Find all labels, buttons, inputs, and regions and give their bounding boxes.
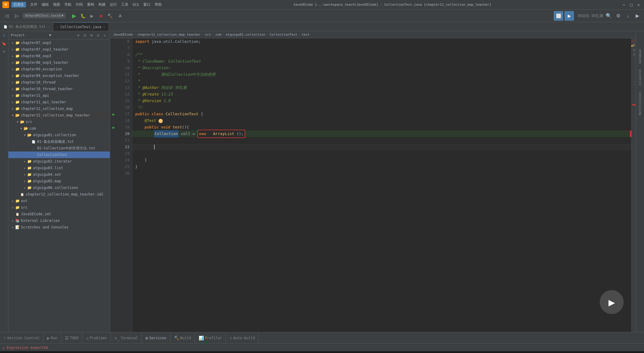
editor-scrollbar[interactable]: ⚠1 ▲5 ∧ ∨ bbox=[631, 38, 636, 332]
menu-edit[interactable]: 编辑 bbox=[40, 1, 51, 8]
menu-file[interactable]: 文件 bbox=[28, 1, 39, 8]
tree-item-chapter12collectionmap[interactable]: ▶ 📁 chapter12_collection_map bbox=[8, 105, 110, 112]
tree-item-chapter09exception[interactable]: ▶ 📁 chapter09_exception bbox=[8, 66, 110, 72]
collapse-icon[interactable]: ⊟ bbox=[82, 33, 88, 38]
bc-com[interactable]: com bbox=[215, 33, 221, 37]
file-tab-txt-close[interactable]: ✕ bbox=[48, 25, 49, 28]
search-button[interactable]: 🔍 bbox=[605, 12, 613, 20]
tree-item-external-libs[interactable]: ▶ 📚 External Libraries bbox=[8, 217, 110, 224]
tab-build[interactable]: 🔨 Build bbox=[170, 332, 195, 343]
settings-button[interactable]: ⚙ bbox=[614, 12, 622, 20]
back-button[interactable]: ◁ bbox=[2, 12, 11, 20]
menu-window[interactable]: 窗口 bbox=[141, 1, 152, 8]
run-with-coverage[interactable]: ▶ bbox=[88, 12, 96, 20]
tree-item-chapter07oop2teacher[interactable]: ▶ 📁 chapter07_oop2_teacher bbox=[8, 46, 110, 53]
follow-button[interactable]: 已关注 bbox=[11, 2, 26, 7]
tree-item-javasecode-iml[interactable]: 📋 JavaSECode.iml bbox=[8, 211, 110, 217]
menu-vcs[interactable]: VCS bbox=[131, 2, 141, 7]
tree-item-chapter07oop2[interactable]: ▶ 📁 chapter07_oop2 bbox=[8, 40, 110, 46]
tree-item-chapter08oop3[interactable]: ▶ 📁 chapter08_oop3 bbox=[8, 53, 110, 59]
stop-button[interactable]: ■ bbox=[97, 12, 105, 20]
close-button[interactable]: ✕ bbox=[636, 2, 642, 7]
file-tab-java[interactable]: ☕ CollectionTest.java ✕ bbox=[53, 22, 109, 31]
tree-item-file-02[interactable]: ☕ 02-Collection中的常用方法.txt bbox=[8, 145, 110, 151]
bc-test[interactable]: test bbox=[302, 33, 310, 37]
tab-autobuild[interactable]: ⚡ Auto-build bbox=[226, 332, 259, 343]
bc-atguigu[interactable]: atguigu01.collection bbox=[226, 33, 265, 37]
tree-item-iml[interactable]: 📋 chapter12_collection_map_teacher.iml bbox=[8, 191, 110, 198]
translate-button[interactable]: A bbox=[116, 12, 124, 20]
bc-chapter12[interactable]: chapter12_collection_map_teacher bbox=[137, 33, 201, 37]
debug-button[interactable]: 🐛 bbox=[79, 12, 87, 20]
activity-project[interactable]: P bbox=[1, 32, 8, 40]
run-button[interactable]: ▶ bbox=[70, 12, 78, 20]
tree-item-atguigu04[interactable]: ▶ 📁 atguigu04.set bbox=[8, 171, 110, 178]
tree-item-atguigu01[interactable]: ▼ 📂 atguigu01.collection bbox=[8, 132, 110, 138]
tab-run[interactable]: ▶ Run bbox=[43, 332, 61, 343]
activity-bookmarks[interactable]: 🔖 bbox=[1, 40, 8, 47]
tree-item-collectiontest[interactable]: ☕ CollectionTest bbox=[8, 151, 110, 158]
settings-icon[interactable]: ⚙ bbox=[95, 33, 101, 38]
scroll-up[interactable]: ∧ bbox=[633, 48, 635, 52]
tab-terminal[interactable]: >_ Terminal bbox=[111, 332, 142, 343]
run-gutter-icon-19[interactable]: ▶ bbox=[112, 125, 115, 130]
maximize-button[interactable]: □ bbox=[628, 2, 634, 7]
file-tab-java-close[interactable]: ✕ bbox=[103, 25, 105, 28]
tree-item-src[interactable]: ▼ 📂 src bbox=[8, 119, 110, 125]
menu-navigate[interactable]: 导航 bbox=[63, 1, 73, 8]
activity-structure[interactable]: ≡ bbox=[1, 48, 8, 55]
tree-item-chapter08oop3teacher[interactable]: ▶ 📁 chapter08_oop3_teacher bbox=[8, 59, 110, 66]
tree-item-chapter12teacher[interactable]: ▼ 📂 chapter12_collection_map_teacher bbox=[8, 112, 110, 119]
tree-item-chapter11apiteacher[interactable]: ▶ 📁 chapter11_api_teacher bbox=[8, 99, 110, 105]
update-button[interactable]: ↓ bbox=[624, 12, 632, 20]
file-tab-txt[interactable]: 📄 01-集合框架概述.txt ✕ bbox=[0, 22, 53, 31]
add-icon[interactable]: ⊕ bbox=[76, 33, 81, 38]
more-button[interactable]: ▶ bbox=[633, 12, 642, 20]
tree-item-out[interactable]: ▶ 📁 out bbox=[8, 198, 110, 204]
code-line-22[interactable] bbox=[132, 144, 631, 150]
close-sidebar-icon[interactable]: ✕ bbox=[102, 33, 107, 38]
play-button[interactable]: ▶ bbox=[564, 11, 574, 21]
tab-version-control[interactable]: ⑂ Version Control bbox=[0, 332, 43, 343]
code-content[interactable]: import java.util.Collection; /** * Class… bbox=[132, 38, 631, 332]
tab-services[interactable]: ⚙ Services bbox=[142, 332, 170, 343]
tree-item-src2[interactable]: ▶ 📁 src bbox=[8, 204, 110, 211]
bc-javasecode[interactable]: JavaSECode bbox=[113, 33, 133, 37]
minimize-button[interactable]: ─ bbox=[621, 2, 627, 7]
tree-item-atguigu06[interactable]: ▶ 📁 atguigu06.collections bbox=[8, 184, 110, 191]
tree-item-atguigu03[interactable]: ▶ 📁 atguigu03.list bbox=[8, 165, 110, 171]
tab-problems[interactable]: ⚠ Problems bbox=[82, 332, 111, 343]
tree-item-chapter09exceptionteacher[interactable]: ▶ 📁 chapter09_exception_teacher bbox=[8, 72, 110, 79]
menu-tools[interactable]: 工具 bbox=[119, 1, 130, 8]
bc-src[interactable]: src bbox=[205, 33, 211, 37]
menu-help[interactable]: 帮助 bbox=[153, 1, 164, 8]
screen-record-button[interactable]: ⬜ bbox=[554, 11, 563, 21]
tree-item-file-01[interactable]: 📄 01-集合框架概述.txt bbox=[8, 138, 110, 145]
notifications-label[interactable]: Notifications bbox=[638, 92, 642, 115]
scroll-down[interactable]: ∨ bbox=[633, 52, 635, 56]
database-label[interactable]: Database bbox=[638, 49, 642, 63]
tab-todo[interactable]: ☰ TODO bbox=[61, 332, 83, 343]
jclasslib-label[interactable]: jclasslib bbox=[638, 69, 642, 86]
tab-profiler[interactable]: 📊 Profiler bbox=[195, 332, 226, 343]
menu-refactor[interactable]: 重构 bbox=[85, 1, 96, 8]
tree-item-atguigu02[interactable]: ▶ 📁 atguigu02.iterator bbox=[8, 158, 110, 165]
run-config-selector[interactable]: OtherAPITest.test6 ▼ bbox=[23, 13, 66, 19]
tree-item-com[interactable]: ▼ 📂 com bbox=[8, 125, 110, 132]
tree-item-scratches[interactable]: ▶ 📝 Scratches and Consoles bbox=[8, 224, 110, 231]
tree-item-atguigu05[interactable]: ▶ 📁 atguigu05.map bbox=[8, 178, 110, 184]
menu-view[interactable]: 视图 bbox=[51, 1, 62, 8]
expand-icon[interactable]: ⊞ bbox=[89, 33, 94, 38]
tree-item-chapter10threadteacher[interactable]: ▶ 📁 chapter10_thread_teacher bbox=[8, 86, 110, 92]
project-dropdown[interactable]: ▼ bbox=[49, 33, 51, 37]
overlay-play-button[interactable]: ▶ bbox=[600, 290, 624, 314]
forward-button[interactable]: ▷ bbox=[13, 12, 21, 20]
menu-build[interactable]: 构建 bbox=[97, 1, 107, 8]
menu-run[interactable]: 运行 bbox=[108, 1, 119, 8]
bc-collection[interactable]: CollectionTest bbox=[270, 33, 297, 37]
tree-item-chapter11api[interactable]: ▶ 📁 chapter11_api bbox=[8, 92, 110, 99]
build-button[interactable]: 🔨 bbox=[106, 12, 114, 20]
menu-code[interactable]: 代码 bbox=[74, 1, 85, 8]
run-gutter-icon[interactable]: ▶ bbox=[112, 112, 115, 116]
tree-item-chapter10thread[interactable]: ▶ 📁 chapter10_thread bbox=[8, 79, 110, 86]
